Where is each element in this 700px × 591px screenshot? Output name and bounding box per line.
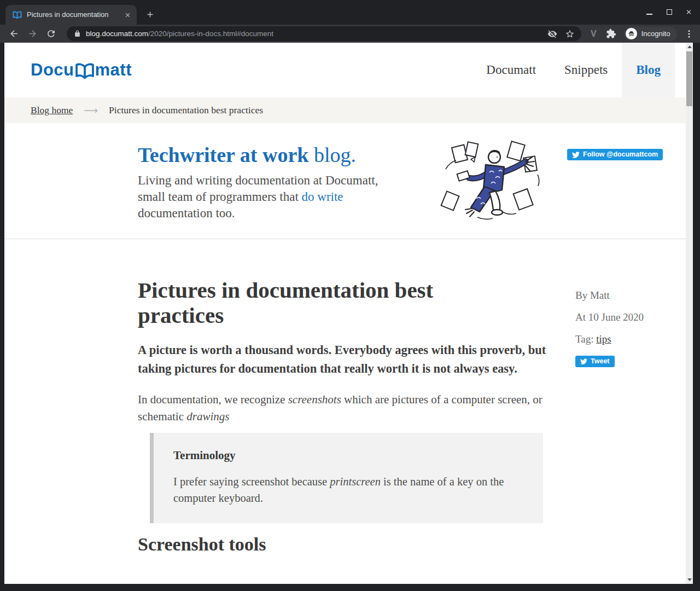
maximize-button[interactable] — [666, 9, 673, 16]
page-content: Docu matt Documatt Snippets Blog Blog ho… — [4, 43, 693, 584]
vue-devtools-extension-icon[interactable]: V — [591, 29, 597, 39]
favicon-book-icon — [13, 11, 22, 19]
breadcrumb: Blog home ⟶ Pictures in documentation be… — [4, 97, 693, 123]
article-meta: By Matt At 10 June 2020 Tag: tips Tweet — [575, 289, 644, 367]
meta-author: By Matt — [575, 289, 644, 302]
browser-toolbar: blog.documatt.com/2020/pictures-in-docs.… — [0, 25, 700, 43]
scrollbar-thumb[interactable] — [686, 51, 692, 106]
scrollbar-down-arrow[interactable] — [686, 576, 693, 584]
url-text: blog.documatt.com/2020/pictures-in-docs.… — [86, 30, 540, 38]
tab-title: Pictures in documentation — [27, 10, 122, 19]
minimize-button[interactable] — [646, 9, 653, 16]
browser-tab[interactable]: Pictures in documentation — [5, 5, 137, 25]
tag-tips-link[interactable]: tips — [596, 333, 611, 345]
nav-item-blog[interactable]: Blog — [622, 43, 675, 97]
browser-titlebar: Pictures in documentation — [0, 0, 700, 25]
back-icon[interactable] — [9, 28, 19, 39]
breadcrumb-arrow-icon: ⟶ — [84, 105, 98, 117]
nav-item-snippets[interactable]: Snippets — [550, 43, 622, 97]
section-heading: Screenshot tools — [138, 534, 693, 555]
documatt-logo[interactable]: Docu matt — [31, 60, 132, 80]
page-scrollbar[interactable] — [686, 43, 693, 584]
admonition-title: Terminology — [173, 449, 523, 462]
close-window-button[interactable] — [685, 9, 692, 16]
nav-item-documatt[interactable]: Documatt — [472, 43, 550, 97]
twitter-bird-icon — [580, 358, 587, 364]
url-path: /2020/pictures-in-docs.html#document — [148, 30, 273, 38]
site-header: Docu matt Documatt Snippets Blog — [4, 43, 693, 97]
breadcrumb-current: Pictures in documentation best practices — [109, 105, 263, 116]
do-write-link[interactable]: do write — [302, 190, 343, 204]
site-nav: Documatt Snippets Blog — [472, 43, 675, 97]
tab-close-icon[interactable] — [122, 10, 132, 20]
logo-text-right: matt — [95, 60, 132, 80]
logo-book-icon — [75, 63, 95, 79]
incognito-label: Incognito — [641, 30, 670, 38]
address-bar[interactable]: blog.documatt.com/2020/pictures-in-docs.… — [67, 26, 581, 41]
article: Pictures in documentation best practices… — [4, 239, 693, 584]
terminology-admonition: Terminology I prefer saying screenshot b… — [150, 433, 543, 523]
article-lead: A picture is worth a thousand words. Eve… — [138, 341, 559, 378]
meta-tag: Tag: tips — [575, 333, 644, 345]
eye-off-icon[interactable] — [547, 29, 557, 39]
article-paragraph: In documentation, we recognize screensho… — [138, 391, 545, 425]
twitter-bird-icon — [572, 152, 580, 158]
forward-icon[interactable] — [27, 28, 38, 39]
tweet-button[interactable]: Tweet — [575, 356, 615, 367]
blog-hero: Techwriter at work blog. Living and writ… — [4, 123, 693, 239]
blog-subtitle: Living and writing documentation at Docu… — [138, 172, 392, 222]
lock-icon — [74, 30, 81, 37]
bookmark-star-icon[interactable] — [565, 29, 575, 39]
browser-menu-icon[interactable] — [684, 29, 694, 39]
new-tab-button[interactable] — [144, 8, 156, 20]
meta-date: At 10 June 2020 — [575, 311, 644, 323]
incognito-badge: Incognito — [624, 27, 678, 41]
admonition-body: I prefer saying screenshot because print… — [173, 473, 521, 506]
extensions-puzzle-icon[interactable] — [606, 28, 616, 39]
logo-text-left: Docu — [31, 60, 74, 80]
window-controls — [646, 6, 692, 18]
reload-icon[interactable] — [46, 28, 56, 39]
twitter-follow-button[interactable]: Follow @documattcom — [567, 149, 663, 160]
scrollbar-up-arrow[interactable] — [686, 43, 693, 51]
incognito-spy-icon — [626, 28, 637, 39]
url-domain: blog.documatt.com — [86, 30, 148, 38]
article-title: Pictures in documentation best practices — [138, 277, 488, 328]
hero-illustration — [439, 141, 546, 223]
breadcrumb-home-link[interactable]: Blog home — [31, 105, 73, 116]
blog-title: Techwriter at work blog. — [138, 144, 414, 167]
